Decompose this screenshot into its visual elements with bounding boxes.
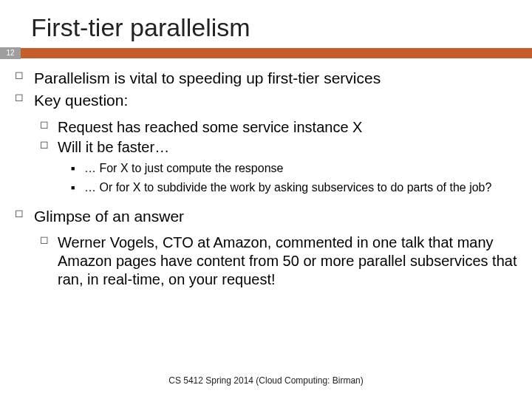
bullet-lvl1: ◻ Parallelism is vital to speeding up fi… (34, 69, 517, 88)
square-open-icon: ◻ (40, 138, 49, 151)
sub-list: ◻ Request has reached some service insta… (34, 114, 517, 207)
slide-title: First-tier parallelism (0, 0, 532, 48)
bullet-lvl2: ◻ Request has reached some service insta… (58, 118, 517, 137)
bullet-text: Key question: (34, 92, 128, 109)
sub-sub-list: ■ … For X to just compute the response ■… (58, 158, 517, 202)
accent-bar: 12 (0, 48, 532, 58)
bullet-lvl1: ◻ Glimpse of an answer (34, 207, 517, 226)
bullet-text: Parallelism is vital to speeding up firs… (34, 69, 381, 86)
bullet-text: Request has reached some service instanc… (58, 119, 362, 135)
bullet-text: … Or for X to subdivide the work by aski… (84, 181, 491, 194)
slide: First-tier parallelism 12 ◻ Parallelism … (0, 0, 532, 399)
bullet-text: Werner Vogels, CTO at Amazon, commented … (58, 234, 516, 287)
square-open-icon: ◻ (40, 118, 49, 132)
page-number: 12 (0, 47, 21, 59)
square-open-icon: ◻ (40, 233, 49, 247)
bullet-lvl1: ◻ Key question: (34, 91, 517, 110)
square-filled-icon: ■ (71, 184, 75, 192)
bullet-lvl2: ◻ Werner Vogels, CTO at Amazon, commente… (58, 233, 517, 289)
square-open-icon: ◻ (15, 91, 24, 104)
square-filled-icon: ■ (71, 165, 75, 173)
square-open-icon: ◻ (15, 207, 24, 220)
sub-list: ◻ Werner Vogels, CTO at Amazon, commente… (34, 229, 517, 295)
bullet-lvl3: ■ … Or for X to subdivide the work by as… (84, 180, 517, 195)
bullet-lvl3: ■ … For X to just compute the response (84, 161, 517, 176)
bullet-lvl2: ◻ Will it be faster… (58, 138, 517, 157)
bullet-text: Will it be faster… (58, 139, 169, 155)
bullet-text: Glimpse of an answer (34, 208, 184, 225)
bullet-text: … For X to just compute the response (84, 162, 283, 174)
square-open-icon: ◻ (15, 69, 24, 82)
content-area: ◻ Parallelism is vital to speeding up fi… (0, 58, 532, 295)
footer-text: CS 5412 Spring 2014 (Cloud Computing: Bi… (0, 375, 532, 386)
